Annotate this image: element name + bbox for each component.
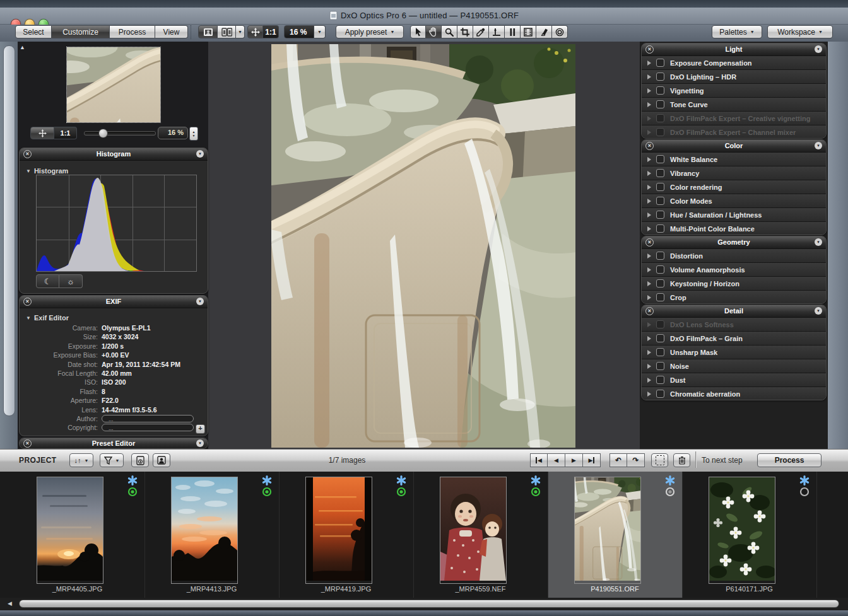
compare-view-button[interactable]	[218, 25, 236, 38]
delete-button[interactable]	[673, 453, 690, 467]
expand-triangle-icon[interactable]	[647, 157, 651, 162]
enable-checkbox[interactable]	[656, 86, 664, 95]
correction-item-filmpack-grain[interactable]: DxO FilmPack – Grain	[642, 332, 826, 346]
collapse-icon[interactable]: ▼	[815, 142, 822, 149]
previous-image-button[interactable]: ◀	[548, 453, 565, 467]
enable-checkbox[interactable]	[656, 348, 664, 356]
whitebalance-tool-button[interactable]	[473, 25, 489, 38]
first-image-button[interactable]: ◀	[530, 453, 548, 467]
enable-checkbox[interactable]	[656, 279, 664, 288]
enable-checkbox[interactable]	[656, 169, 664, 177]
correction-item-vignetting[interactable]: Vignetting	[642, 84, 826, 98]
star-badge[interactable]	[665, 475, 675, 488]
star-badge[interactable]	[127, 475, 138, 488]
enable-checkbox[interactable]	[656, 224, 664, 233]
thumbnail-p6140171[interactable]	[709, 477, 775, 584]
correction-item-color-modes[interactable]: Color Modes	[642, 194, 826, 208]
disclosure-triangle-icon[interactable]: ▼	[26, 315, 31, 321]
exif-copyright-input[interactable]: ...	[102, 424, 194, 431]
correction-item-vibrancy[interactable]: Vibrancy	[642, 166, 826, 180]
exif-palette-header[interactable]: × EXIF ▼	[20, 296, 208, 308]
expand-triangle-icon[interactable]	[647, 295, 651, 300]
horizon-tool-button[interactable]	[489, 25, 505, 38]
enable-checkbox[interactable]	[656, 390, 664, 398]
expand-triangle-icon[interactable]	[647, 378, 651, 383]
collapse-icon[interactable]: ▼	[815, 238, 822, 246]
main-image[interactable]	[271, 44, 575, 448]
correction-item-dust[interactable]: Dust	[642, 373, 826, 387]
dust-tool-button[interactable]	[536, 25, 552, 38]
palettes-button[interactable]: Palettes ▼	[712, 25, 762, 38]
enable-checkbox[interactable]	[656, 265, 664, 274]
correction-item-exposure-compensation[interactable]: Exposure Compensation	[642, 56, 826, 70]
fit-to-window-button[interactable]	[247, 25, 263, 38]
pointer-tool-button[interactable]	[410, 25, 426, 38]
navigator-thumbnail[interactable]	[66, 47, 161, 123]
geometry-section-header[interactable]: × Geometry ▼	[642, 236, 826, 249]
single-image-view-button[interactable]	[198, 25, 218, 38]
exif-author-input[interactable]: ...	[102, 415, 194, 422]
expand-triangle-icon[interactable]	[647, 267, 651, 272]
workspace-button[interactable]: Workspace ▼	[767, 25, 833, 38]
expand-triangle-icon[interactable]	[647, 102, 651, 107]
tab-customize[interactable]: Customize	[52, 25, 110, 38]
enable-checkbox[interactable]	[656, 334, 664, 342]
histogram-palette-header[interactable]: × Histogram ▼	[20, 148, 208, 161]
correction-item-color-rendering[interactable]: Color rendering	[642, 180, 826, 194]
navigator-fit-button[interactable]	[30, 127, 54, 139]
thumbnail-p4190551-selected[interactable]	[574, 477, 641, 584]
close-icon[interactable]: ×	[23, 298, 32, 306]
disclosure-triangle-icon[interactable]: ▼	[26, 168, 31, 174]
correction-item-distortion[interactable]: Distortion	[642, 249, 826, 263]
star-badge[interactable]	[799, 475, 810, 488]
collapse-icon[interactable]: ▼	[815, 45, 822, 53]
thumbnail-mrp4419[interactable]	[305, 477, 372, 584]
preset-editor-header[interactable]: × Preset Editor ▼	[20, 438, 208, 449]
expand-triangle-icon[interactable]	[647, 336, 651, 341]
correction-item-chromatic-aberration[interactable]: Chromatic aberration	[642, 387, 826, 400]
palette-scroll-up-arrow[interactable]: ▲	[20, 45, 25, 50]
keystoning-tool-button[interactable]	[505, 25, 521, 38]
expand-triangle-icon[interactable]	[647, 61, 651, 66]
close-icon[interactable]: ×	[645, 238, 654, 247]
correction-item-multi-point-color-balance[interactable]: Multi-Point Color Balance	[642, 222, 826, 235]
light-section-header[interactable]: × Light ▼	[642, 44, 826, 56]
crop-tool-button[interactable]	[457, 25, 473, 38]
star-badge[interactable]	[262, 475, 272, 488]
thumbnail-mrp4413[interactable]	[171, 477, 238, 584]
collapse-icon[interactable]: ▼	[196, 298, 204, 305]
collapse-icon[interactable]: ▼	[815, 307, 822, 315]
redo-button[interactable]: ↷	[627, 453, 645, 467]
expand-triangle-icon[interactable]	[647, 392, 651, 397]
one-to-one-zoom-button[interactable]: 1:1	[263, 25, 279, 38]
zoom-tool-button[interactable]	[442, 25, 457, 38]
close-icon[interactable]: ×	[645, 307, 654, 315]
undo-button[interactable]: ↶	[610, 453, 627, 467]
expand-triangle-icon[interactable]	[647, 226, 651, 231]
sort-button[interactable]: ↓↑ ▼	[69, 453, 93, 467]
next-image-button[interactable]: ▶	[565, 453, 583, 467]
expand-triangle-icon[interactable]	[647, 364, 651, 369]
process-button[interactable]: Process	[757, 453, 822, 467]
enable-checkbox[interactable]	[656, 100, 664, 108]
close-icon[interactable]: ×	[645, 45, 654, 54]
close-icon[interactable]: ×	[23, 150, 32, 158]
correction-item-crop[interactable]: Crop	[642, 291, 826, 304]
collapse-icon[interactable]: ▼	[196, 439, 204, 447]
star-badge[interactable]	[531, 475, 541, 488]
enable-checkbox[interactable]	[656, 293, 664, 301]
zoom-level-field[interactable]: 16 %	[284, 25, 314, 38]
redeye-tool-button[interactable]	[552, 25, 568, 38]
image-info-button[interactable]	[131, 453, 149, 467]
thumbnail-mrp4405[interactable]	[37, 477, 103, 584]
hand-tool-button[interactable]	[426, 25, 442, 38]
enable-checkbox[interactable]	[656, 252, 664, 260]
close-icon[interactable]: ×	[23, 439, 32, 448]
expand-triangle-icon[interactable]	[647, 199, 651, 204]
enable-checkbox[interactable]	[656, 73, 664, 81]
expand-triangle-icon[interactable]	[647, 281, 651, 286]
close-icon[interactable]: ×	[645, 142, 654, 150]
apply-preset-button[interactable]: Apply preset ▼	[336, 25, 404, 38]
expand-triangle-icon[interactable]	[647, 171, 651, 176]
navigator-zoom-slider[interactable]	[84, 131, 156, 136]
